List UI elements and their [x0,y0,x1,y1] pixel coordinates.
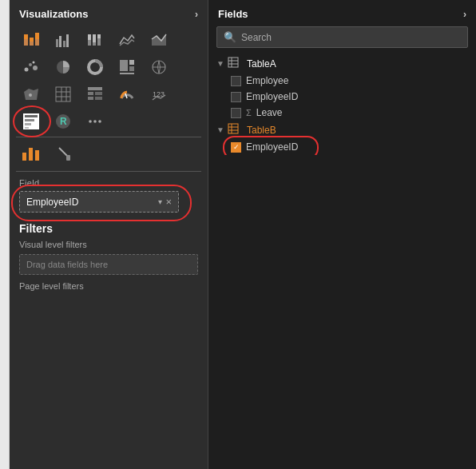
viz-icon-funnel[interactable] [16,109,46,134]
viz-divider-2 [16,171,201,172]
viz-icon-r-visual[interactable]: R [48,109,78,134]
field-label: Field [19,178,198,188]
svg-point-17 [25,68,29,72]
leave-field-name: Leave [256,107,283,118]
svg-rect-11 [88,34,91,40]
svg-rect-40 [95,97,102,100]
svg-rect-3 [30,38,34,42]
tableB-icon [228,123,239,137]
field-section: Field EmployeeID ▾ × [10,173,208,216]
svg-rect-46 [25,123,31,125]
field-row-leave[interactable]: Σ Leave [212,105,473,121]
svg-rect-45 [25,119,34,121]
viz-bottom-row [10,139,208,169]
viz-icon-filled-map[interactable] [16,81,46,107]
svg-rect-6 [56,39,58,47]
svg-point-30 [29,93,32,97]
svg-point-19 [33,66,38,70]
viz-icon-matrix[interactable] [80,81,110,107]
svg-rect-7 [59,36,61,47]
svg-rect-24 [129,60,134,65]
search-placeholder: Search [241,32,272,43]
svg-text:R: R [60,116,67,127]
field-row-employeeID-tableA[interactable]: EmployeeID [212,89,473,105]
viz-icon-donut[interactable] [80,54,110,80]
viz-icon-100-stacked-bar[interactable] [80,27,110,53]
svg-rect-9 [66,34,69,47]
svg-point-18 [29,63,32,66]
field-pill-close[interactable]: × [165,196,172,208]
svg-rect-15 [97,34,101,38]
svg-rect-8 [63,41,65,47]
svg-point-52 [98,120,101,123]
filters-section: Filters Visual level filters Drag data f… [10,216,208,299]
viz-brush-icon[interactable] [50,141,80,166]
table-row-tableB[interactable]: ▼ TableB [212,121,473,139]
svg-rect-23 [120,60,128,71]
viz-bar-chart-icon[interactable] [16,141,46,166]
employeeID-tableB-checkbox[interactable] [231,142,241,153]
viz-icon-more[interactable] [80,109,110,134]
drag-data-fields-area[interactable]: Drag data fields here [19,254,198,275]
field-pill-dropdown[interactable]: ▾ [158,197,162,206]
viz-icon-scatter[interactable] [16,54,46,80]
tableB-name: TableB [247,125,276,136]
fields-panel: Fields › 🔍 Search ▼ TableA Employee [208,0,476,469]
svg-rect-62 [228,124,238,133]
tableA-name: TableA [247,58,276,70]
tableA-expand-arrow: ▼ [216,59,224,68]
svg-point-50 [89,120,92,123]
svg-rect-37 [88,92,93,95]
svg-rect-39 [95,92,102,95]
visualizations-chevron[interactable]: › [195,9,198,20]
svg-rect-57 [66,155,70,161]
svg-rect-44 [25,115,38,117]
svg-marker-16 [152,34,166,46]
svg-rect-1 [24,34,28,39]
employeeID-tableA-field-name: EmployeeID [246,91,298,102]
svg-point-20 [33,62,35,64]
svg-rect-53 [22,153,26,161]
svg-rect-58 [228,58,238,67]
leave-checkbox[interactable] [231,108,241,118]
svg-rect-26 [120,73,134,74]
svg-rect-54 [29,148,33,161]
tableB-expand-arrow: ▼ [216,125,224,134]
viz-icon-gauge[interactable] [112,81,142,107]
field-row-employee[interactable]: Employee [212,73,473,89]
search-box[interactable]: 🔍 Search [216,26,468,48]
fields-title: Fields [218,8,248,20]
fields-header: Fields › [208,0,476,26]
viz-icon-map[interactable] [144,54,174,80]
page-level-filters-label: Page level filters [19,281,198,291]
visualizations-title: Visualizations [19,8,88,20]
svg-rect-55 [35,150,39,161]
viz-icon-treemap[interactable] [112,54,142,80]
search-icon: 🔍 [224,31,236,43]
viz-icon-line-chart[interactable] [112,27,142,53]
fields-tree: ▼ TableA Employee EmployeeID Σ [208,54,476,155]
field-pill-text: EmployeeID [26,197,158,208]
svg-rect-38 [88,97,93,100]
employee-field-name: Employee [246,75,288,86]
employee-checkbox[interactable] [231,76,241,86]
field-pill[interactable]: EmployeeID ▾ × [19,191,179,213]
filters-title: Filters [19,222,198,235]
svg-point-51 [93,120,97,123]
employeeID-tableB-field-name: EmployeeID [246,141,298,153]
viz-icon-clustered-bar[interactable] [48,27,78,53]
field-row-employeeID-tableB[interactable]: EmployeeID [212,139,473,155]
leave-sigma-icon: Σ [246,108,252,117]
employeeID-tableA-checkbox[interactable] [231,92,241,102]
visualizations-header: Visualizations › [10,0,208,26]
fields-chevron[interactable]: › [463,9,466,20]
viz-icon-kpi[interactable]: 123 [144,81,174,107]
viz-icon-area-chart[interactable] [144,27,174,53]
visualizations-panel: Visualizations › [10,0,208,469]
table-row-tableA[interactable]: ▼ TableA [212,54,473,73]
viz-icon-pie[interactable] [48,54,78,80]
viz-icon-table[interactable] [48,81,78,107]
viz-icon-stacked-bar[interactable] [16,27,46,53]
visual-level-filters-label: Visual level filters [19,240,198,249]
viz-divider [16,137,201,137]
